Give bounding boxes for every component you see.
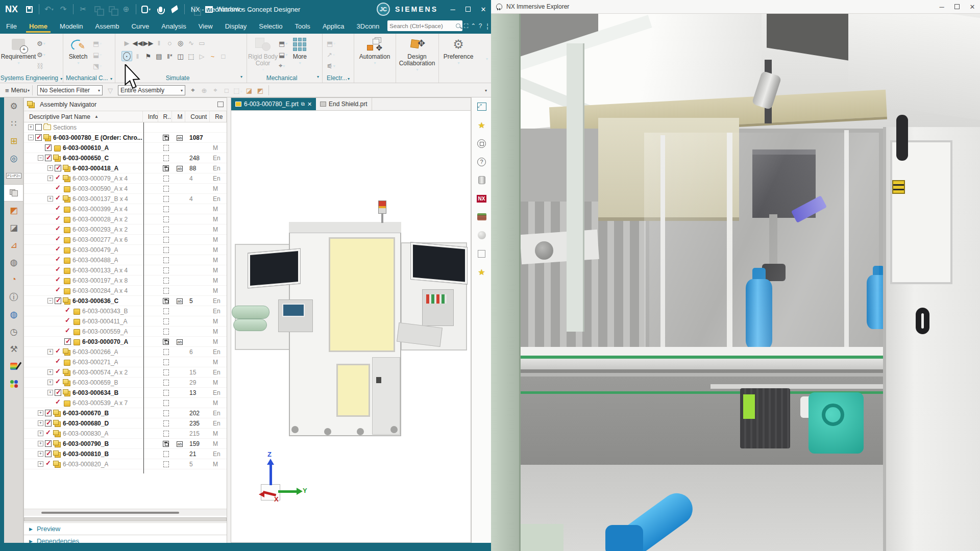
tree-row[interactable]: −✓6-003-000293_A x 2M [24, 224, 227, 235]
whats-new-star-icon[interactable]: ★ [472, 116, 492, 134]
preview-section[interactable]: ▶ Preview [24, 522, 227, 535]
tree-row[interactable]: −✓6-003-000070_AabM [24, 337, 227, 347]
extrude-icon[interactable]: ⬒▾ [93, 38, 102, 49]
cube-ghost-icon[interactable]: □ [218, 51, 229, 61]
clip-cube-icon[interactable]: ◩ [255, 87, 266, 94]
row-checkbox[interactable]: ✓ [45, 144, 52, 151]
row-checkbox[interactable]: ✓ [45, 450, 52, 457]
expand-icon[interactable]: + [47, 369, 53, 375]
rigid-body-icon[interactable]: ⬒▾ [279, 38, 287, 49]
column-header-info[interactable]: Info [143, 111, 158, 122]
collision-body-icon[interactable]: ⬓▾ [279, 49, 287, 60]
row-checkbox[interactable]: ✓ [64, 338, 71, 345]
row-checkbox[interactable] [35, 124, 42, 131]
requirement-button[interactable]: Requirement▾ [0, 34, 37, 71]
more-button[interactable]: More▾ [287, 34, 312, 72]
column-header-r-[interactable]: R.. [158, 111, 173, 122]
save-sim-icon[interactable]: ▤ [154, 51, 164, 61]
history-clock-icon[interactable]: ◷ [4, 323, 23, 340]
menu-item-file[interactable]: File [0, 18, 23, 34]
tree-row[interactable]: −✓6-003-000479_AM [24, 245, 227, 255]
row-checkbox[interactable]: ✓ [45, 440, 52, 447]
horizontal-scrollbar[interactable] [24, 509, 227, 516]
row-checkbox[interactable]: ✓ [55, 257, 61, 263]
expressions-icon[interactable]: P1=P2= [4, 167, 23, 184]
wire-cube-icon[interactable] [472, 244, 492, 263]
group-label[interactable]: Electr...▾ [323, 74, 354, 82]
microphone-icon[interactable] [154, 3, 166, 15]
tree-row[interactable]: −✓6-003-000590_A x 4M [24, 184, 227, 194]
help-menu-icon[interactable]: ? [477, 18, 484, 34]
tree-row[interactable]: +✓6-003-000790_Bab159M [24, 439, 227, 449]
menu-item-display[interactable]: Display [219, 18, 253, 34]
tab-end-shield[interactable]: End Shield.prt [316, 98, 372, 110]
expand-icon[interactable]: + [47, 349, 53, 355]
customize-gear-icon[interactable]: ⚙ [4, 97, 23, 115]
tree-row[interactable]: −✓6-003-000284_A x 4M [24, 286, 227, 296]
immersive-3d-scene[interactable] [491, 14, 980, 551]
group-label[interactable]: Mechanical C... ▾ [63, 74, 115, 82]
role-palette-icon[interactable] [4, 375, 23, 392]
row-checkbox[interactable]: ✓ [45, 155, 52, 161]
qbar-overflow-icon[interactable]: ▾ [485, 88, 487, 93]
search-input[interactable] [389, 23, 456, 29]
flag-icon[interactable]: ⚑ [143, 51, 154, 61]
close-button[interactable]: ✕ [476, 3, 491, 16]
menu-item-view[interactable]: View [192, 18, 219, 34]
row-checkbox[interactable]: ✓ [55, 226, 61, 233]
tree-row[interactable]: −✓6-003-000271_AM [24, 357, 227, 367]
row-checkbox[interactable]: ✓ [45, 420, 52, 427]
expand-icon[interactable]: + [38, 441, 43, 446]
play-circle-icon[interactable]: ▷ [197, 51, 207, 61]
row-checkbox[interactable]: ✓ [55, 277, 61, 284]
redo-icon[interactable]: ↷ [57, 3, 69, 15]
filter-reset-icon[interactable]: ▽ [105, 87, 116, 94]
expand-icon[interactable]: + [38, 431, 43, 436]
tree-row[interactable]: −✓6-003-000197_A x 8M [24, 276, 227, 286]
tree-row[interactable]: +✓6-003-000820_A5M [24, 459, 227, 469]
web-browser-icon[interactable]: ◍ [4, 306, 23, 323]
signal-curve-icon[interactable]: ~ [207, 51, 218, 61]
immersive-minimize-button[interactable]: ─ [934, 0, 949, 13]
expand-icon[interactable]: + [47, 390, 53, 395]
tree-row[interactable]: +✓6-003-000830_A215M [24, 429, 227, 439]
row-checkbox[interactable]: ✓ [64, 328, 71, 335]
popout-window-icon[interactable]: ⧉ [301, 101, 305, 107]
sensor-icon[interactable]: ⬒▾ [327, 38, 354, 49]
expand-icon[interactable]: + [38, 410, 43, 416]
minimize-ribbon-icon[interactable]: ⌃ [470, 18, 477, 34]
skip-forward-icon[interactable]: ▶▶ [143, 38, 154, 48]
tree-row[interactable]: −✓6-003-000539_A x 7M [24, 398, 227, 408]
row-checkbox[interactable]: ✓ [45, 461, 52, 467]
whats-new-star2-icon[interactable]: ★ [472, 263, 492, 281]
window-copy-icon[interactable] [188, 3, 201, 15]
capsule-icon[interactable]: ▭ [197, 38, 207, 48]
color-wand-icon[interactable] [4, 358, 23, 375]
sketch-button[interactable]: ✎ Sketch▾ [63, 34, 93, 71]
search-icon[interactable] [456, 23, 460, 28]
parts-cluster-icon[interactable]: ∷ [4, 115, 23, 132]
expand-icon[interactable]: + [38, 461, 43, 467]
function-icon[interactable]: ⚙▾ [37, 38, 45, 49]
window-menu-dropdown-icon[interactable]: ▾ [241, 7, 243, 12]
row-checkbox[interactable]: ✓ [55, 399, 61, 406]
logical-icon[interactable]: ⚙▾ [37, 49, 45, 60]
expand-icon[interactable]: + [47, 176, 53, 181]
tree-row[interactable]: +Sections [24, 122, 227, 133]
tab-active-part[interactable]: 6-003-000780_E.prt ⧉ ✕ [231, 98, 316, 110]
ribbon-options-icon[interactable]: ⌄ [244, 3, 257, 15]
row-checkbox[interactable]: ✓ [35, 134, 42, 141]
search-box[interactable] [387, 20, 462, 31]
tree-row[interactable]: −✓6-003-000488_AM [24, 255, 227, 265]
row-checkbox[interactable]: ✓ [55, 287, 61, 294]
maximize-button[interactable] [460, 3, 476, 16]
cut-icon[interactable]: ✂ [77, 3, 89, 15]
signal-tower-icon[interactable]: ⚟▾ [327, 60, 354, 71]
cube-clock-icon[interactable]: ◫ [175, 51, 186, 61]
tree-row[interactable]: +✓6-003-000574_A x 215En [24, 367, 227, 378]
menu-button[interactable]: Menu [11, 87, 27, 94]
menu-item-applica[interactable]: Applica [316, 18, 351, 34]
row-checkbox[interactable]: ✓ [55, 359, 61, 365]
toolbox-icon[interactable]: ⚒ [4, 340, 23, 358]
menubar-overflow-icon[interactable]: ¦ [484, 18, 491, 34]
